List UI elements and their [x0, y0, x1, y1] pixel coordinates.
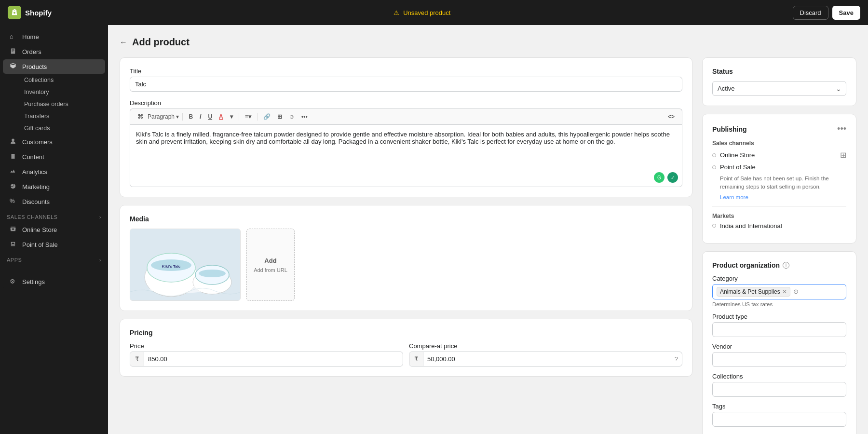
main-content: ← Add product Title Description ⌘ Paragr…: [108, 25, 868, 434]
toolbar-code[interactable]: <>: [665, 112, 677, 122]
marketing-icon: [10, 183, 17, 190]
title-input[interactable]: [130, 77, 682, 92]
category-input-wrapper[interactable]: Animals & Pet Supplies ✕ ⊙: [712, 284, 846, 299]
sidebar-item-online-store[interactable]: Online Store: [3, 222, 105, 237]
publishing-dots[interactable]: •••: [837, 124, 846, 134]
editor-body[interactable]: Kiki's Talc is a finely milled, fragranc…: [130, 124, 682, 187]
category-tag: Animals & Pet Supplies ✕: [717, 287, 790, 297]
sidebar-item-collections[interactable]: Collections: [19, 74, 105, 86]
toolbar-text-color[interactable]: A: [217, 112, 226, 122]
status-select[interactable]: Active Draft: [712, 81, 846, 96]
online-store-icon: [10, 226, 17, 233]
save-button[interactable]: Save: [832, 6, 860, 20]
sidebar-item-content[interactable]: Content: [3, 149, 105, 164]
sidebar-item-pos[interactable]: Point of Sale: [3, 237, 105, 252]
toolbar-link[interactable]: 🔗: [261, 112, 273, 122]
toolbar-format-btn[interactable]: ⌘: [135, 112, 146, 122]
compare-price-help[interactable]: ?: [675, 355, 682, 363]
product-type-input[interactable]: [712, 322, 846, 337]
media-area: Kiki's Talc: [130, 229, 682, 301]
toolbar-align[interactable]: ≡▾: [243, 112, 254, 122]
editor-icons: G ✓: [654, 172, 678, 183]
sidebar-item-inventory[interactable]: Inventory: [19, 86, 105, 98]
online-store-channel: Online Store ⊞: [712, 150, 846, 160]
sidebar-item-orders[interactable]: Orders: [3, 44, 105, 59]
sidebar-item-analytics[interactable]: Analytics: [3, 164, 105, 179]
sidebar-label-products: Products: [22, 63, 47, 70]
toolbar-bold[interactable]: B: [186, 112, 195, 122]
page-header: ← Add product: [120, 37, 856, 48]
price-input[interactable]: [144, 352, 403, 366]
media-title: Media: [130, 215, 682, 223]
media-add-button[interactable]: Add Add from URL: [246, 229, 295, 301]
toolbar-table[interactable]: ⊞: [275, 112, 285, 122]
brand-name: shopify: [25, 9, 52, 17]
tags-input[interactable]: [712, 412, 846, 427]
page-title: Add product: [132, 37, 190, 48]
svg-point-9: [149, 285, 207, 293]
category-clear[interactable]: ⊙: [793, 288, 799, 295]
product-type-field: Product type: [712, 313, 846, 337]
publishing-card: Publishing ••• Sales channels Online Sto…: [702, 114, 856, 244]
sidebar-item-discounts[interactable]: % Discounts: [3, 194, 105, 209]
sidebar-item-settings[interactable]: ⚙ Settings: [3, 274, 105, 289]
apps-section[interactable]: Apps ›: [0, 252, 108, 265]
compare-price-field: Compare-at price ₹ ?: [409, 342, 682, 366]
sidebar-item-home[interactable]: Home: [3, 29, 105, 44]
collections-label: Collections: [712, 373, 846, 380]
right-column: Status Active Draft Publishing ••• Sale: [702, 57, 856, 434]
sidebar-item-purchase-orders[interactable]: Purchase orders: [19, 98, 105, 110]
pricing-title: Pricing: [130, 329, 682, 337]
markets-heading: Markets: [712, 213, 846, 219]
customers-icon: [10, 138, 17, 146]
toolbar-emoji[interactable]: ☺: [286, 112, 297, 122]
apps-label: Apps: [7, 257, 22, 263]
sidebar-item-gift-cards[interactable]: Gift cards: [19, 122, 105, 134]
topbar-actions: Discard Save: [793, 6, 860, 20]
svg-point-8: [199, 270, 226, 277]
compare-price-label: Compare-at price: [409, 342, 682, 350]
settings-icon: ⚙: [10, 278, 17, 285]
pricing-grid: Price ₹ Compare-at price ₹ ?: [130, 342, 682, 366]
topbar: shopify ⚠ Unsaved product Discard Save: [0, 0, 868, 25]
grammarly-icon[interactable]: G: [654, 172, 665, 183]
discard-button[interactable]: Discard: [793, 6, 828, 20]
status-title: Status: [712, 68, 846, 75]
pos-channel-label: Point of Sale: [720, 163, 756, 171]
online-store-settings-icon[interactable]: ⊞: [840, 150, 846, 160]
toolbar-italic[interactable]: I: [197, 112, 203, 122]
product-type-label: Product type: [712, 313, 846, 320]
collections-input[interactable]: [712, 382, 846, 397]
sales-channels-section[interactable]: Sales channels ›: [0, 209, 108, 222]
discounts-icon: %: [10, 198, 17, 205]
toolbar-down-arrow[interactable]: ▾: [228, 112, 235, 122]
brand-logo[interactable]: shopify: [8, 6, 52, 19]
add-label: Add: [264, 257, 276, 264]
toolbar-underline[interactable]: U: [205, 112, 215, 122]
toolbar-paragraph[interactable]: Paragraph ▾: [148, 113, 179, 120]
sidebar-item-customers[interactable]: Customers: [3, 135, 105, 149]
prod-org-info-icon[interactable]: i: [783, 262, 789, 269]
learn-more-wrapper: Learn more: [720, 193, 846, 201]
sidebar-label-content: Content: [22, 153, 44, 161]
sidebar-item-marketing[interactable]: Marketing: [3, 179, 105, 194]
product-image-svg: Kiki's Talc: [130, 229, 241, 301]
status-select-wrapper: Active Draft: [712, 81, 846, 96]
grammar-check-icon[interactable]: ✓: [667, 172, 678, 183]
content-icon: [10, 153, 17, 161]
price-prefix: ₹: [130, 352, 144, 366]
vendor-input[interactable]: [712, 352, 846, 367]
prod-org-header: Product organization i: [712, 261, 846, 269]
category-tag-remove[interactable]: ✕: [782, 288, 787, 295]
media-image-preview[interactable]: Kiki's Talc: [130, 229, 241, 301]
compare-price-input[interactable]: [423, 352, 675, 366]
toolbar-more[interactable]: •••: [299, 112, 310, 122]
category-label: Category: [712, 275, 846, 282]
learn-more-link[interactable]: Learn more: [720, 194, 748, 200]
sales-channels-chevron: ›: [99, 214, 101, 220]
sidebar-item-products[interactable]: Products: [3, 59, 105, 74]
back-button[interactable]: ←: [120, 38, 127, 47]
title-card: Title Description ⌘ Paragraph ▾ B I U A: [120, 57, 692, 197]
sidebar-label-analytics: Analytics: [22, 168, 47, 176]
sidebar-item-transfers[interactable]: Transfers: [19, 110, 105, 122]
